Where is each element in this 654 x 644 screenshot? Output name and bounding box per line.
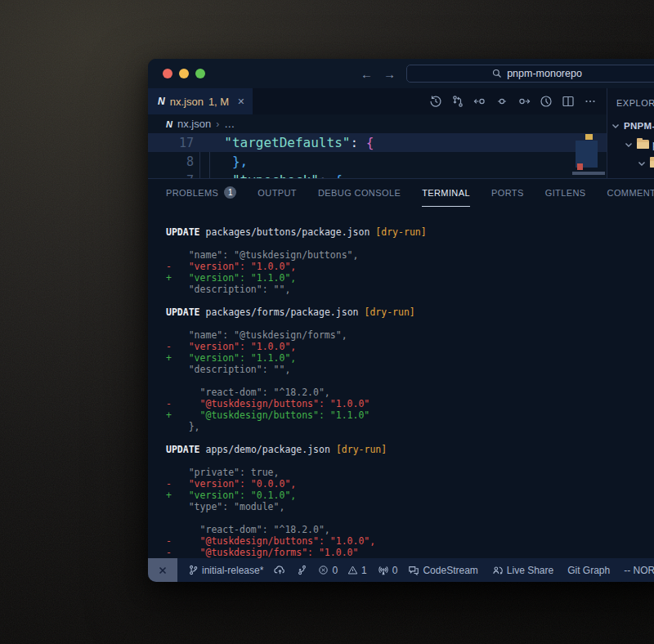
- previous-change-icon[interactable]: [473, 95, 486, 108]
- code-line: 8 },: [148, 152, 607, 171]
- explorer-header: EXPLORER: [607, 95, 654, 116]
- terminal-update-line: UPDATEpackages/forms/package.json[dry-ru…: [166, 306, 654, 318]
- terminal-blank-line: [166, 238, 654, 249]
- tab-nx-json[interactable]: N nx.json 1, M ✕: [148, 88, 253, 114]
- live-share-button[interactable]: Live Share: [492, 565, 553, 576]
- terminal-context-line: "type": "module",: [166, 501, 654, 512]
- breadcrumb[interactable]: N nx.json › …: [148, 114, 607, 133]
- terminal-deletion-line: - "@tuskdesign/buttons": "1.0.0": [166, 398, 654, 409]
- terminal-addition-line: + "version": "1.1.0",: [166, 272, 654, 284]
- panel-tabs: PROBLEMS1 OUTPUT DEBUG CONSOLE TERMINAL …: [148, 179, 654, 207]
- tab-problems[interactable]: PROBLEMS1: [166, 179, 236, 207]
- terminal-context-line: "description": "",: [166, 364, 654, 375]
- explorer-root-item[interactable]: PNPM-MONOREPO: [607, 116, 654, 135]
- traffic-lights: [148, 69, 205, 78]
- maximize-window-button[interactable]: [195, 69, 205, 78]
- terminal-blank-line: [166, 455, 654, 467]
- git-compare-icon[interactable]: [451, 95, 464, 108]
- tab-close-icon[interactable]: ✕: [237, 96, 244, 107]
- breadcrumb-more[interactable]: …: [224, 118, 235, 130]
- next-change-icon[interactable]: [517, 95, 531, 108]
- search-value: pnpm-monorepo: [507, 68, 582, 79]
- folder-open-icon: [650, 159, 654, 168]
- explorer-collapsed-item[interactable]: [607, 172, 654, 178]
- line-number: 7: [148, 173, 194, 179]
- terminal-deletion-line: - "version": "0.0.0",: [166, 478, 654, 490]
- problems-button[interactable]: 0 1: [318, 565, 366, 576]
- change-dot-icon[interactable]: [495, 95, 508, 108]
- explorer-sidebar: EXPLORER PNPM-MONOREPO packages: [607, 88, 654, 178]
- terminal-addition-line: + "version": "0.1.0",: [166, 490, 654, 501]
- tab-gitlens[interactable]: GITLENS: [545, 179, 586, 207]
- codestream-button[interactable]: CodeStream: [408, 565, 477, 576]
- terminal-context-line: "name": "@tuskdesign/forms",: [166, 329, 654, 341]
- terminal-blank-line: [166, 295, 654, 306]
- terminal-context-line: },: [166, 421, 654, 432]
- ports-forwarded-button[interactable]: 0: [378, 565, 398, 576]
- timeline-history-icon[interactable]: [429, 95, 442, 108]
- horizontal-scrollbar[interactable]: [572, 172, 605, 175]
- code-line: 7 "typecheck": {: [148, 171, 607, 178]
- live-share-icon: [492, 565, 504, 576]
- editor-group: N nx.json 1, M ✕ N nx.js: [148, 88, 607, 178]
- nx-file-icon: N: [166, 119, 172, 129]
- error-icon: [318, 565, 329, 575]
- nav-forward-button[interactable]: →: [383, 67, 396, 81]
- problems-count-badge: 1: [224, 186, 236, 199]
- terminal-blank-line: [166, 432, 654, 444]
- git-graph-button[interactable]: Git Graph: [567, 565, 610, 576]
- git-branch-button[interactable]: initial-release*: [188, 565, 263, 576]
- line-number: 8: [148, 154, 194, 169]
- terminal-context-line: "name": "@tuskdesign/buttons",: [166, 249, 654, 261]
- terminal-output[interactable]: UPDATEpackages/buttons/package.json[dry-…: [148, 207, 654, 558]
- chevron-right-icon: ›: [216, 119, 219, 130]
- cloud-upload-icon: [274, 564, 286, 576]
- split-editor-icon[interactable]: [562, 95, 575, 108]
- tab-terminal[interactable]: TERMINAL: [422, 179, 470, 207]
- workspace-name: PNPM-MONOREPO: [624, 121, 654, 131]
- line-number: 17: [148, 136, 194, 150]
- explorer-folder-item[interactable]: packages: [607, 135, 654, 154]
- gitlens-graph-button[interactable]: [297, 565, 307, 575]
- close-window-button[interactable]: [163, 69, 172, 78]
- terminal-blank-line: [166, 318, 654, 329]
- search-icon: [492, 69, 502, 78]
- main-row: N nx.json 1, M ✕ N nx.js: [148, 88, 654, 178]
- tab-label: nx.json: [170, 96, 204, 108]
- status-bar: initial-release* 0 1 0 CodeStream Live S…: [148, 558, 654, 582]
- open-changes-icon[interactable]: [540, 95, 553, 108]
- terminal-update-line: UPDATEapps/demo/package.json[dry-run]: [166, 444, 654, 455]
- nx-file-icon: N: [158, 96, 165, 107]
- tab-bar: N nx.json 1, M ✕: [148, 88, 607, 114]
- explorer-folder-item[interactable]: [607, 154, 654, 172]
- terminal-update-line: UPDATEpackages/buttons/package.json[dry-…: [166, 226, 654, 238]
- comment-discussion-icon: [408, 565, 419, 576]
- more-actions-icon[interactable]: [584, 95, 597, 108]
- tab-debug-console[interactable]: DEBUG CONSOLE: [318, 179, 401, 207]
- terminal-context-line: "private": true,: [166, 467, 654, 478]
- minimap[interactable]: [576, 133, 607, 178]
- minimap-modified-mark: [585, 134, 593, 140]
- code-editor[interactable]: 17 "targetDefaults": { 8 }, 7 "typecheck…: [148, 133, 607, 178]
- indent-guide: [199, 152, 200, 178]
- editor-actions: [429, 88, 607, 114]
- tab-comments[interactable]: COMMENTS: [607, 179, 654, 207]
- folder-open-icon: [637, 140, 649, 149]
- command-center-search[interactable]: pnpm-monorepo: [406, 65, 654, 83]
- chevron-down-icon: [611, 121, 620, 131]
- nav-back-button[interactable]: ←: [361, 67, 373, 81]
- tab-ports[interactable]: PORTS: [491, 179, 524, 207]
- remote-indicator-button[interactable]: [148, 558, 177, 582]
- publish-changes-button[interactable]: [274, 564, 286, 576]
- terminal-deletion-line: - "version": "1.0.0",: [166, 341, 654, 352]
- terminal-context-line: "description": "",: [166, 284, 654, 295]
- breadcrumb-file[interactable]: nx.json: [177, 118, 211, 130]
- vscode-window: ← → pnpm-monorepo N nx.json 1, M ✕: [148, 59, 654, 582]
- git-branch-icon: [188, 565, 199, 575]
- broadcast-icon: [378, 565, 389, 576]
- chevron-down-icon: [637, 159, 647, 168]
- indent-guide: [209, 152, 210, 178]
- tab-output[interactable]: OUTPUT: [258, 179, 297, 207]
- minimize-window-button[interactable]: [179, 69, 189, 78]
- remote-icon: [157, 565, 168, 576]
